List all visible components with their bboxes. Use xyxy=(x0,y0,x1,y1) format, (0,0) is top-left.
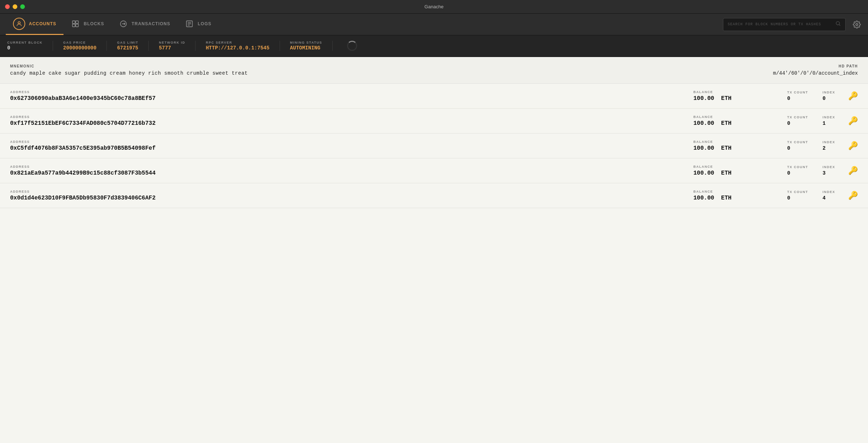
close-button[interactable] xyxy=(5,4,10,9)
key-button-1[interactable]: 🔑 xyxy=(848,116,858,126)
account-row: ADDRESS 0xC5fdf4076b8F3A5357c5E395ab970B… xyxy=(0,133,868,158)
account-main-3: ADDRESS 0x821aEa9a577a9b44299B9c15c88cf3… xyxy=(10,165,693,176)
tx-count-col-3: TX COUNT 0 xyxy=(787,165,808,176)
tx-count-value-0: 0 xyxy=(787,96,808,101)
sidebar-item-blocks[interactable]: BLOCKS xyxy=(63,14,111,35)
account-balance-section-1: BALANCE 100.00 ETH xyxy=(693,115,766,127)
account-address-0: 0x627306090abaB3A6e1400e9345bC60c78a8BEf… xyxy=(10,95,693,102)
address-label-2: ADDRESS xyxy=(10,140,693,144)
key-button-4[interactable]: 🔑 xyxy=(848,191,858,201)
account-address-1: 0xf17f52151EbEF6C7334FAD080c5704D77216b7… xyxy=(10,120,693,127)
settings-button[interactable] xyxy=(851,19,862,30)
account-balance-0: 100.00 ETH xyxy=(693,95,766,102)
account-balance-section-0: BALANCE 100.00 ETH xyxy=(693,90,766,102)
index-label-4: INDEX xyxy=(823,190,835,194)
account-main-2: ADDRESS 0xC5fdf4076b8F3A5357c5E395ab970B… xyxy=(10,140,693,152)
gas-limit-status: GAS LIMIT 6721975 xyxy=(117,41,149,51)
tx-count-value-2: 0 xyxy=(787,145,808,151)
logs-nav-label: LOGS xyxy=(198,21,211,26)
mining-status-status: MINING STATUS AUTOMINING xyxy=(290,41,333,51)
balance-label-1: BALANCE xyxy=(693,115,766,119)
accounts-nav-label: ACCOUNTS xyxy=(29,21,56,26)
address-label-3: ADDRESS xyxy=(10,165,693,168)
svg-rect-4 xyxy=(76,24,78,27)
balance-label-3: BALANCE xyxy=(693,165,766,168)
account-meta-1: TX COUNT 0 INDEX 1 xyxy=(787,115,835,126)
account-main-0: ADDRESS 0x627306090abaB3A6e1400e9345bC60… xyxy=(10,90,693,102)
account-meta-0: TX COUNT 0 INDEX 0 xyxy=(787,91,835,101)
index-col-2: INDEX 2 xyxy=(823,140,835,151)
gas-limit-label: GAS LIMIT xyxy=(117,41,138,44)
gas-price-value: 20000000000 xyxy=(63,45,96,51)
account-balance-4: 100.00 ETH xyxy=(693,195,766,201)
index-value-1: 1 xyxy=(823,120,835,126)
key-button-3[interactable]: 🔑 xyxy=(848,166,858,176)
accounts-list: ADDRESS 0x627306090abaB3A6e1400e9345bC60… xyxy=(0,84,868,208)
svg-point-0 xyxy=(18,22,20,24)
key-button-0[interactable]: 🔑 xyxy=(848,91,858,101)
index-value-4: 4 xyxy=(823,195,835,201)
index-col-3: INDEX 3 xyxy=(823,165,835,176)
account-balance-section-3: BALANCE 100.00 ETH xyxy=(693,165,766,176)
sidebar-item-accounts[interactable]: ACCOUNTS xyxy=(6,14,63,35)
tx-count-label-1: TX COUNT xyxy=(787,115,808,119)
title-bar: Ganache xyxy=(0,0,868,14)
account-balance-3: 100.00 ETH xyxy=(693,170,766,176)
account-row: ADDRESS 0x0d1d4e623D10F9FBA5Db95830F7d38… xyxy=(0,183,868,208)
sidebar-item-transactions[interactable]: TRANSACTIONS xyxy=(111,14,177,35)
svg-rect-3 xyxy=(73,24,75,27)
search-bar xyxy=(723,18,846,31)
address-label-1: ADDRESS xyxy=(10,115,693,119)
sidebar-item-logs[interactable]: LOGS xyxy=(177,14,219,35)
network-id-status: NETWORK ID 5777 xyxy=(159,41,196,51)
mining-status-value: AUTOMINING xyxy=(290,45,322,51)
index-value-0: 0 xyxy=(823,96,835,101)
search-input[interactable] xyxy=(728,22,833,26)
mnemonic-value: candy maple cake sugar pudding cream hon… xyxy=(10,70,248,76)
account-row: ADDRESS 0x821aEa9a577a9b44299B9c15c88cf3… xyxy=(0,158,868,183)
rpc-server-label: RPC SERVER xyxy=(206,41,269,44)
tx-count-label-3: TX COUNT xyxy=(787,165,808,169)
network-id-value: 5777 xyxy=(159,45,185,51)
current-block-status: CURRENT BLOCK 0 xyxy=(7,41,53,51)
index-label-2: INDEX xyxy=(823,140,835,144)
account-balance-section-4: BALANCE 100.00 ETH xyxy=(693,190,766,201)
minimize-button[interactable] xyxy=(13,4,17,9)
index-label-0: INDEX xyxy=(823,91,835,94)
index-value-2: 2 xyxy=(823,145,835,151)
tx-count-col-4: TX COUNT 0 xyxy=(787,190,808,201)
index-col-0: INDEX 0 xyxy=(823,91,835,101)
gas-price-status: GAS PRICE 20000000000 xyxy=(63,41,107,51)
account-meta-3: TX COUNT 0 INDEX 3 xyxy=(787,165,835,176)
tx-count-value-4: 0 xyxy=(787,195,808,201)
nav-bar: ACCOUNTS BLOCKS TRANSACTIONS xyxy=(0,14,868,35)
account-meta-4: TX COUNT 0 INDEX 4 xyxy=(787,190,835,201)
hd-path-section: HD PATH m/44'/60'/0'/0/account_index xyxy=(773,64,858,76)
mnemonic-section: MNEMONIC candy maple cake sugar pudding … xyxy=(0,57,868,84)
mnemonic-label: MNEMONIC xyxy=(10,64,248,68)
tx-count-col-1: TX COUNT 0 xyxy=(787,115,808,126)
tx-count-label-4: TX COUNT xyxy=(787,190,808,194)
account-balance-1: 100.00 ETH xyxy=(693,120,766,127)
address-label-0: ADDRESS xyxy=(10,90,693,94)
hd-path-label: HD PATH xyxy=(773,64,858,68)
tx-count-col-0: TX COUNT 0 xyxy=(787,91,808,101)
account-main-4: ADDRESS 0x0d1d4e623D10F9FBA5Db95830F7d38… xyxy=(10,190,693,201)
account-balance-2: 100.00 ETH xyxy=(693,145,766,152)
tx-count-label-0: TX COUNT xyxy=(787,91,808,94)
key-button-2[interactable]: 🔑 xyxy=(848,141,858,151)
svg-point-10 xyxy=(836,22,839,25)
rpc-server-value: HTTP://127.0.0.1:7545 xyxy=(206,45,269,51)
gas-limit-value: 6721975 xyxy=(117,45,138,51)
maximize-button[interactable] xyxy=(20,4,25,9)
tx-count-value-1: 0 xyxy=(787,120,808,126)
index-label-3: INDEX xyxy=(823,165,835,169)
svg-rect-2 xyxy=(76,21,78,23)
current-block-label: CURRENT BLOCK xyxy=(7,41,43,44)
account-address-3: 0x821aEa9a577a9b44299B9c15c88cf3087F3b55… xyxy=(10,170,693,176)
tx-count-value-3: 0 xyxy=(787,170,808,176)
network-id-label: NETWORK ID xyxy=(159,41,185,44)
hd-path-value: m/44'/60'/0'/0/account_index xyxy=(773,70,858,76)
traffic-lights xyxy=(5,4,25,9)
svg-line-11 xyxy=(839,25,840,26)
